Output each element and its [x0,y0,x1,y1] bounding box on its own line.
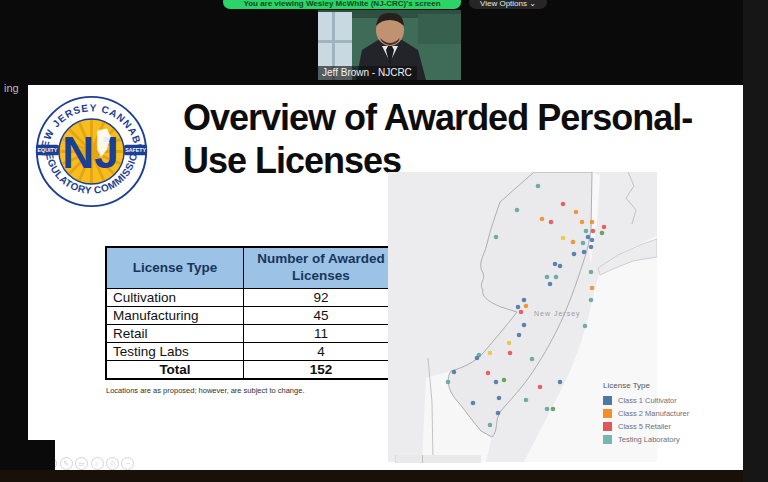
license-dot-red [519,310,524,315]
license-dot-blue [558,380,563,385]
license-dot-blue [589,245,594,250]
legend-label: Class 1 Cultivator [618,396,677,405]
license-dot-blue [497,396,502,401]
license-dot-teal [545,407,550,412]
logo-ribbon-right: SAFETY [125,147,146,153]
license-dot-blue [553,262,558,267]
legend-items: Class 1 CultivatorClass 2 ManufacturerCl… [603,394,748,446]
eraser-tool-button[interactable]: ▭ [75,457,88,470]
license-dot-orange [590,220,595,225]
legend-title: License Type [603,381,748,390]
license-table-body: Cultivation92Manufacturing45Retail11Test… [106,289,399,380]
license-dot-blue [590,238,595,243]
screen-share-banner: You are viewing Wesley McWhite (NJ-CRC)'… [223,0,461,9]
license-dot-red [486,371,491,376]
license-dot-orange [524,304,529,309]
side-text-fragment: ing [4,82,19,94]
slide-title: Overview of Awarded Personal- Use Licens… [183,96,751,182]
license-dot-orange [590,286,595,291]
license-dot-blue [517,333,522,338]
table-header-awarded: Number of Awarded Licenses [244,247,400,289]
total-label-cell: Total [106,361,244,380]
total-value-cell: 152 [244,361,400,380]
license-count-cell: 11 [244,325,400,343]
license-type-cell: Retail [106,325,244,343]
legend-item: Class 2 Manufacturer [603,407,748,420]
legend-label: Testing Laboratory [618,435,680,444]
legend-swatch [603,422,612,431]
license-count-cell: 45 [244,307,400,325]
license-dot-blue [522,298,527,303]
license-dot-orange [571,240,576,245]
license-dot-blue [494,380,499,385]
license-type-cell: Testing Labs [106,343,244,361]
license-dot-yellow [488,351,493,356]
license-dot-red [549,220,554,225]
license-dot-teal [488,423,493,428]
license-dot-red [591,229,596,234]
bottom-left-black-region [0,440,55,472]
legend-swatch [603,409,612,418]
license-dot-orange [574,210,579,215]
license-count-cell: 4 [244,343,400,361]
table-row: Cultivation92 [106,289,399,307]
license-dot-blue [582,250,587,255]
zoom-tool-button[interactable]: ⌕ [91,457,104,470]
license-table: License Type Number of Awarded Licenses … [105,246,400,380]
legend-swatch [603,396,612,405]
njcrc-logo: NEW JERSEY CANNABIS REGULATORY COMMISSIO… [34,94,149,209]
right-black-margin [743,0,768,482]
table-row: Testing Labs4 [106,343,399,361]
license-dot-blue [586,235,591,240]
license-dot-red [538,385,543,390]
license-dot-teal [530,357,535,362]
logo-monogram: NJ [62,128,118,177]
table-row: Retail11 [106,325,399,343]
license-dot-green [600,231,605,236]
license-dot-yellow [507,341,512,346]
license-dot-teal [524,398,529,403]
scrollbar-remnant [395,455,481,463]
license-dot-blue [475,356,480,361]
license-type-cell: Manufacturing [106,307,244,325]
view-options-button[interactable]: View Options ⌄ [469,0,547,9]
license-dot-teal [584,229,589,234]
legend-label: Class 2 Manufacturer [618,409,689,418]
license-dot-blue [496,411,501,416]
legend-item: Testing Laboratory [603,433,748,446]
license-dot-orange [580,220,585,225]
table-total-row: Total152 [106,361,399,380]
license-dot-teal [589,298,594,303]
table-row: Manufacturing45 [106,307,399,325]
license-type-cell: Cultivation [106,289,244,307]
license-dot-blue [516,305,521,310]
license-dot-teal [581,241,586,246]
slide-footnote: Locations are as proposed; however, are … [106,386,304,395]
presentation-slide: NEW JERSEY CANNABIS REGULATORY COMMISSIO… [28,85,743,470]
legend-swatch [603,435,612,444]
zoom-meeting-window: You are viewing Wesley McWhite (NJ-CRC)'… [0,0,768,482]
minus-tool-button[interactable]: − [121,457,134,470]
license-dot-teal [583,324,588,329]
legend-item: Class 5 Retailer [603,420,748,433]
license-dot-teal [554,275,559,280]
logo-ribbon-left: EQUITY [38,147,58,153]
license-dot-blue [572,252,577,257]
pen-tool-button[interactable]: ✎ [60,457,73,470]
participant-name-label: Jeff Brown - NJCRC [318,66,417,80]
table-header-license-type: License Type [106,247,244,289]
slide-title-line1: Overview of Awarded Personal- [183,96,751,139]
license-dot-teal [515,208,520,213]
license-dot-yellow [561,236,566,241]
legend-item: Class 1 Cultivator [603,394,748,407]
map-legend: License Type Class 1 CultivatorClass 2 M… [603,381,748,446]
license-dot-green [551,407,556,412]
license-dot-teal [536,184,541,189]
print-tool-button[interactable]: ⎙ [106,457,119,470]
license-dot-green [502,378,507,383]
map-region-label: New Jersey [534,310,581,317]
legend-label: Class 5 Retailer [618,422,671,431]
participant-video[interactable]: Jeff Brown - NJCRC [318,10,461,80]
license-count-cell: 92 [244,289,400,307]
taskbar-strip [0,470,768,482]
